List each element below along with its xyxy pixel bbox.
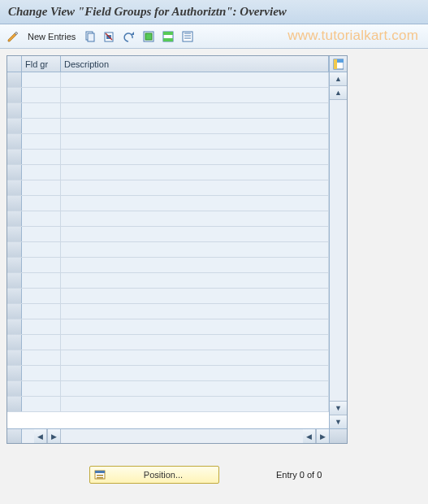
cell-fldgr[interactable] (22, 180, 61, 195)
cell-fldgr[interactable] (22, 150, 61, 164)
new-entries-button[interactable]: New Entries (24, 28, 79, 45)
row-selector[interactable] (7, 211, 22, 226)
vscroll-track[interactable] (330, 100, 347, 401)
cell-description[interactable] (61, 304, 329, 319)
undo-button[interactable] (121, 28, 137, 45)
row-selector[interactable] (7, 165, 22, 180)
row-selector[interactable] (7, 242, 22, 257)
hscroll-right-fixed[interactable]: ▶ (47, 429, 60, 443)
configure-columns-button[interactable] (329, 56, 347, 72)
cell-description[interactable] (61, 350, 329, 365)
table-row (7, 119, 329, 134)
toggle-edit-button[interactable] (5, 28, 21, 45)
row-selector[interactable] (7, 273, 22, 288)
cell-description[interactable] (61, 119, 329, 133)
hscroll-left-fixed[interactable]: ◀ (34, 429, 47, 443)
cell-fldgr[interactable] (22, 165, 61, 180)
select-all-button[interactable] (141, 28, 157, 45)
cell-fldgr[interactable] (22, 242, 61, 257)
row-selector[interactable] (7, 304, 22, 319)
cell-fldgr[interactable] (22, 88, 61, 102)
cell-fldgr[interactable] (22, 134, 61, 149)
hscroll-left-main[interactable]: ◀ (303, 429, 316, 443)
row-selector[interactable] (7, 196, 22, 211)
row-selector[interactable] (7, 134, 22, 149)
cell-fldgr[interactable] (22, 258, 61, 272)
row-selector[interactable] (7, 180, 22, 195)
scroll-down-button[interactable]: ▼ (330, 415, 347, 428)
cell-description[interactable] (61, 88, 329, 102)
deselect-all-button[interactable] (179, 28, 196, 45)
row-selector[interactable] (7, 88, 22, 102)
cell-description[interactable] (61, 335, 329, 350)
cell-fldgr[interactable] (22, 211, 61, 226)
cell-fldgr[interactable] (22, 381, 61, 396)
cell-description[interactable] (61, 319, 329, 334)
cell-description[interactable] (61, 103, 329, 118)
svg-rect-16 (337, 59, 344, 63)
cell-description[interactable] (61, 381, 329, 396)
row-selector[interactable] (7, 381, 22, 396)
horizontal-scrollbar[interactable]: ◀ ▶ ◀ ▶ (7, 428, 347, 443)
copy-as-button[interactable] (82, 28, 98, 45)
cell-description[interactable] (61, 72, 329, 87)
row-selector[interactable] (7, 150, 22, 164)
cell-fldgr[interactable] (22, 196, 61, 211)
scroll-down-button-2[interactable]: ▼ (330, 401, 347, 415)
cell-fldgr[interactable] (22, 119, 61, 133)
vertical-scrollbar[interactable]: ▲ ▲ ▼ ▼ (329, 72, 347, 428)
hscroll-right-main[interactable]: ▶ (316, 429, 329, 443)
position-button-label: Position... (111, 470, 215, 480)
cell-description[interactable] (61, 242, 329, 257)
cell-description[interactable] (61, 273, 329, 288)
row-selector[interactable] (7, 397, 22, 411)
delete-icon (103, 30, 116, 43)
row-selector-header[interactable] (7, 56, 22, 72)
hscroll-track-main[interactable] (61, 429, 303, 443)
cell-fldgr[interactable] (22, 227, 61, 241)
cell-fldgr[interactable] (22, 72, 61, 87)
scroll-up-button-2[interactable]: ▲ (330, 86, 347, 100)
cell-fldgr[interactable] (22, 397, 61, 411)
cell-description[interactable] (61, 134, 329, 149)
row-selector[interactable] (7, 119, 22, 133)
footer: Position... Entry 0 of 0 (0, 451, 428, 498)
row-selector[interactable] (7, 319, 22, 334)
cell-description[interactable] (61, 258, 329, 272)
row-selector[interactable] (7, 72, 22, 87)
cell-description[interactable] (61, 150, 329, 164)
hscroll-track-fixed[interactable] (22, 429, 34, 443)
cell-description[interactable] (61, 289, 329, 303)
cell-fldgr[interactable] (22, 103, 61, 118)
row-selector[interactable] (7, 366, 22, 380)
column-header-description[interactable]: Description (61, 56, 329, 72)
table-row (7, 319, 329, 335)
row-selector[interactable] (7, 335, 22, 350)
select-block-button[interactable] (160, 28, 176, 45)
cell-description[interactable] (61, 397, 329, 411)
cell-description[interactable] (61, 366, 329, 380)
delete-button[interactable] (102, 28, 118, 45)
row-selector[interactable] (7, 103, 22, 118)
cell-description[interactable] (61, 227, 329, 241)
scroll-up-button[interactable]: ▲ (330, 72, 347, 86)
row-selector[interactable] (7, 227, 22, 241)
column-header-fldgr[interactable]: Fld gr (22, 56, 61, 72)
cell-fldgr[interactable] (22, 319, 61, 334)
row-selector[interactable] (7, 350, 22, 365)
row-selector[interactable] (7, 258, 22, 272)
cell-fldgr[interactable] (22, 366, 61, 380)
position-button[interactable]: Position... (89, 466, 219, 484)
cell-description[interactable] (61, 180, 329, 195)
cell-description[interactable] (61, 196, 329, 211)
cell-description[interactable] (61, 165, 329, 180)
cell-fldgr[interactable] (22, 289, 61, 303)
cell-description[interactable] (61, 211, 329, 226)
cell-fldgr[interactable] (22, 304, 61, 319)
cell-fldgr[interactable] (22, 273, 61, 288)
data-grid: Fld gr Description ▲ ▲ ▼ ▼ ◀ ▶ (6, 55, 348, 444)
table-row (7, 103, 329, 119)
cell-fldgr[interactable] (22, 350, 61, 365)
cell-fldgr[interactable] (22, 335, 61, 350)
row-selector[interactable] (7, 289, 22, 303)
